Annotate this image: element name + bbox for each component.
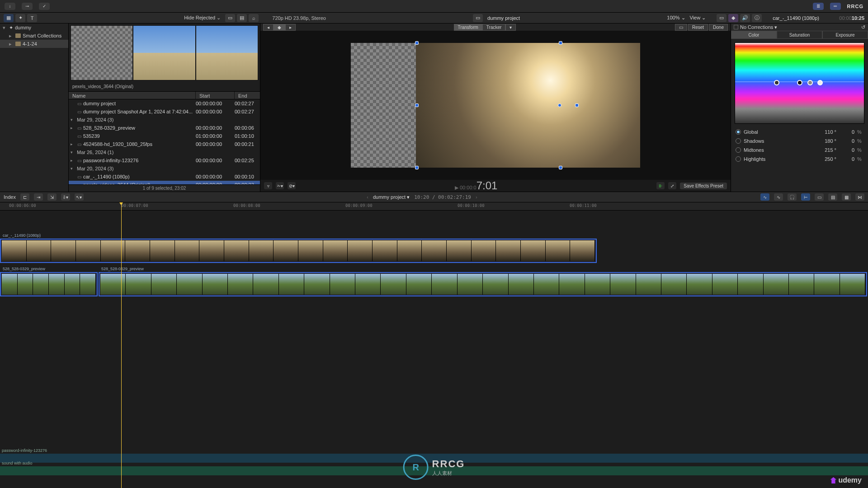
background-tasks-button[interactable]: ✓ <box>39 3 50 10</box>
param-percent[interactable]: 0 <box>839 138 854 144</box>
connect-clip-button[interactable]: ⊏ <box>20 193 29 201</box>
list-item[interactable]: ▭dummy project Snapshot Apr 1, 2024 at 7… <box>69 108 260 116</box>
playhead[interactable] <box>121 202 122 488</box>
overwrite-clip-button[interactable]: ⇩▾ <box>61 193 70 201</box>
viewer-nav-arrows[interactable]: ◂◆▸ <box>263 24 296 31</box>
list-item[interactable]: ▸▭4524588-hd_1920_1080_25fps00:00:00:000… <box>69 140 260 148</box>
list-item[interactable]: ▭pexels_videos_3644 (Original)00:00:00:0… <box>69 181 260 184</box>
list-item[interactable]: ▭dummy project00:00:00:0000:02:27 <box>69 99 260 108</box>
viewer-view-menu[interactable]: View ⌄ <box>690 15 706 21</box>
layout-button-2[interactable]: ═ <box>830 3 841 10</box>
effects-browser-toggle[interactable]: ▦ <box>842 193 851 201</box>
onscreen-controls-menu[interactable]: Transform Tracker ▾ <box>454 24 516 31</box>
timeline-ruler[interactable]: 00:00:06:0000:00:07:0000:00:08:0000:00:0… <box>0 202 868 211</box>
sidebar-item-event[interactable]: ▸ 4-1-24 <box>0 40 68 48</box>
browser-list-header[interactable]: Name Start End <box>69 91 260 99</box>
transitions-browser-toggle[interactable]: ⋈ <box>855 193 864 201</box>
append-clip-button[interactable]: ⇲ <box>47 193 57 201</box>
reset-inspector-button[interactable]: ↺ <box>861 24 865 30</box>
list-group-header[interactable]: ▾Mar 20, 2024 (3) <box>69 164 260 173</box>
corrections-checkbox[interactable] <box>734 25 738 29</box>
transform-handle[interactable] <box>415 166 419 169</box>
column-name[interactable]: Name <box>69 92 196 99</box>
param-percent[interactable]: 0 <box>839 156 854 162</box>
clip-appearance-button[interactable]: ▭ <box>225 14 235 22</box>
viewer-zoom-menu[interactable]: 100% ⌄ <box>667 15 685 21</box>
transform-handle[interactable] <box>415 103 419 107</box>
save-effects-preset-button[interactable]: Save Effects Preset <box>680 183 727 189</box>
timeline-history-back[interactable]: ‹ <box>367 194 368 200</box>
corrections-menu[interactable]: No Corrections ▾ <box>740 24 777 30</box>
index-button[interactable]: Index <box>4 194 16 200</box>
sidebar-item-library[interactable]: ▾ ✦ dummy <box>0 23 68 32</box>
color-puck-midtones[interactable] <box>807 80 813 85</box>
list-item[interactable]: ▭car_-_11490 (1080p)00:00:00:0000:00:10 <box>69 173 260 181</box>
hide-rejected-menu[interactable]: Hide Rejected ⌄ <box>184 15 221 21</box>
transform-handle[interactable] <box>575 103 579 107</box>
transform-handle[interactable] <box>559 41 562 45</box>
timeline-clip[interactable]: car_-_11490 (1080p) <box>0 239 597 263</box>
library-sidebar[interactable]: ▾ ✦ dummy ▸ Smart Collections ▸ 4-1-24 <box>0 23 69 192</box>
sidebar-item-smart[interactable]: ▸ Smart Collections <box>0 32 68 40</box>
radio-icon[interactable] <box>736 129 741 135</box>
timeline-view-options[interactable]: ▭ <box>815 193 824 201</box>
transform-anchor[interactable] <box>558 103 561 107</box>
inspector-video-tab[interactable]: ▭ <box>717 14 726 22</box>
list-item[interactable]: ▭53523901:00:00:0001:00:10 <box>69 132 260 140</box>
list-group-header[interactable]: ▾Mar 26, 2024 (1) <box>69 148 260 156</box>
fullscreen-button[interactable]: ⤢ <box>668 182 676 189</box>
timeline-clip[interactable]: 528_528-0329_preview <box>99 272 867 296</box>
radio-icon[interactable] <box>736 147 741 153</box>
list-group-header[interactable]: ▾Mar 29, 2024 (3) <box>69 116 260 124</box>
timeline-clip[interactable]: 528_528-0329_preview <box>0 272 98 296</box>
enhance-menu[interactable]: ⊘▾ <box>288 182 296 189</box>
color-puck-shadows[interactable] <box>797 80 802 85</box>
range-tool-menu[interactable]: ▿ <box>264 182 272 189</box>
color-param-row[interactable]: Shadows180 °0% <box>731 136 868 145</box>
inspector-color-tab[interactable]: ◆ <box>728 14 738 22</box>
tab-exposure[interactable]: Exposure <box>822 31 868 39</box>
search-button[interactable]: ⌕ <box>249 14 259 22</box>
import-button[interactable]: ↓ <box>5 3 15 10</box>
color-param-row[interactable]: Global110 °0% <box>731 127 868 136</box>
crop-tool-button[interactable]: ▭ <box>675 24 687 31</box>
skimming-toggle[interactable]: ∿ <box>760 193 769 201</box>
inspector-info-tab[interactable]: ⓘ <box>752 14 762 22</box>
snapping-toggle[interactable]: ⊢ <box>801 193 810 201</box>
color-board[interactable] <box>735 42 864 124</box>
param-percent[interactable]: 0 <box>839 129 854 135</box>
retime-menu[interactable]: ✁▾ <box>276 182 284 189</box>
layout-button-1[interactable]: ≣ <box>813 3 824 10</box>
param-percent[interactable]: 0 <box>839 147 854 153</box>
inspector-audio-tab[interactable]: 🔊 <box>740 14 750 22</box>
clip-appearance-2[interactable]: ▤ <box>828 193 837 201</box>
column-start[interactable]: Start <box>196 92 235 99</box>
viewer-canvas[interactable] <box>260 31 731 180</box>
color-puck-highlights[interactable] <box>817 80 823 85</box>
timeline[interactable]: 00:00:06:0000:00:07:0000:00:08:0000:00:0… <box>0 202 868 488</box>
radio-icon[interactable] <box>736 156 741 162</box>
insert-clip-button[interactable]: ⇥ <box>34 193 43 201</box>
param-degrees[interactable]: 215 ° <box>819 147 836 153</box>
reset-button[interactable]: Reset <box>688 24 708 31</box>
transform-handle[interactable] <box>559 166 562 169</box>
radio-icon[interactable] <box>736 138 741 144</box>
done-button[interactable]: Done <box>709 24 728 31</box>
browser-list[interactable]: ▭dummy project00:00:00:0000:02:27▭dummy … <box>69 99 260 184</box>
param-degrees[interactable]: 250 ° <box>819 156 836 162</box>
audio-skim-toggle[interactable]: ∿ <box>774 193 783 201</box>
solo-toggle[interactable]: 🎧 <box>788 193 797 201</box>
column-end[interactable]: End <box>235 92 260 99</box>
tab-saturation[interactable]: Saturation <box>777 31 822 39</box>
list-view-button[interactable]: ▤ <box>237 14 247 22</box>
color-puck-global[interactable] <box>774 80 779 85</box>
list-item[interactable]: ▸▭528_528-0329_preview00:00:00:0000:00:0… <box>69 124 260 132</box>
tab-color[interactable]: Color <box>731 31 777 39</box>
timeline-project-menu[interactable]: dummy project ▾ <box>373 194 410 200</box>
param-degrees[interactable]: 180 ° <box>819 138 836 144</box>
color-param-row[interactable]: Highlights250 °0% <box>731 155 868 164</box>
keyword-button[interactable]: ⊸ <box>22 3 33 10</box>
arrow-tool-menu[interactable]: ↖▾ <box>75 193 84 201</box>
param-degrees[interactable]: 110 ° <box>819 129 836 135</box>
audio-meter-icon[interactable]: ⊪ <box>656 182 665 189</box>
